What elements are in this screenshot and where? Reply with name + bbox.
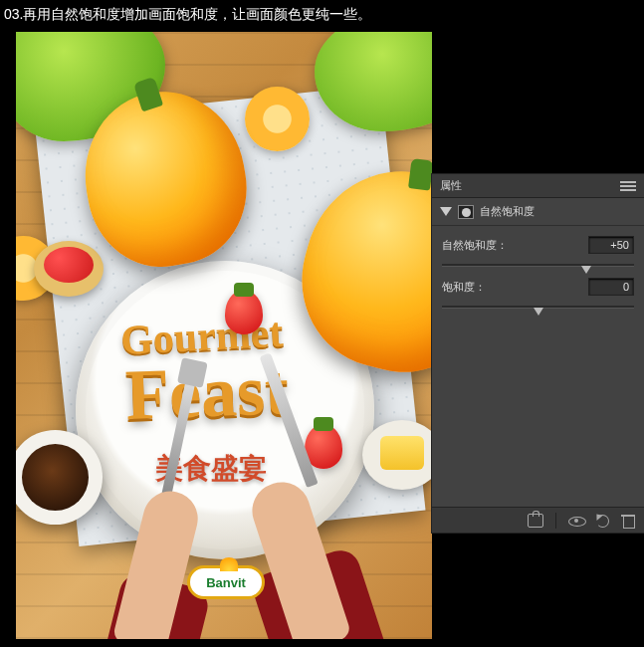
strawberry	[225, 291, 263, 334]
step-caption: 03.再用自然饱和度增加画面饱和度，让画面颜色更纯一些。	[4, 6, 371, 24]
reset-icon[interactable]	[594, 514, 610, 528]
vibrance-slider-thumb[interactable]	[581, 266, 591, 274]
adjustment-type-row: 自然饱和度	[432, 198, 644, 226]
panel-footer	[432, 507, 644, 533]
vibrance-input[interactable]	[588, 236, 634, 254]
saturation-slider-thumb[interactable]	[534, 308, 543, 316]
saturation-label: 饱和度：	[442, 280, 486, 295]
layer-mask-icon[interactable]	[458, 205, 474, 219]
butter-plate	[362, 420, 432, 490]
raspberry-tart	[34, 241, 104, 297]
properties-panel: 属性 自然饱和度 自然饱和度： 饱和度：	[432, 174, 644, 533]
panel-menu-icon[interactable]	[620, 180, 636, 192]
delete-icon[interactable]	[620, 514, 636, 528]
panel-title: 属性	[440, 178, 462, 193]
saturation-input[interactable]	[588, 278, 634, 296]
vibrance-label: 自然饱和度：	[442, 238, 508, 253]
vibrance-slider[interactable]	[442, 258, 634, 272]
document-canvas: Gourmet Feast 美食盛宴 Banvit	[16, 32, 432, 639]
brand-logo: Banvit	[187, 565, 265, 599]
toggle-visibility-icon[interactable]	[568, 514, 584, 528]
saturation-slider[interactable]	[442, 300, 634, 314]
panel-header: 属性	[432, 174, 644, 198]
clip-to-layer-icon[interactable]	[528, 514, 543, 528]
adjustment-name: 自然饱和度	[480, 204, 535, 219]
adjustment-type-icon	[440, 207, 452, 216]
orange-slice	[245, 87, 310, 151]
